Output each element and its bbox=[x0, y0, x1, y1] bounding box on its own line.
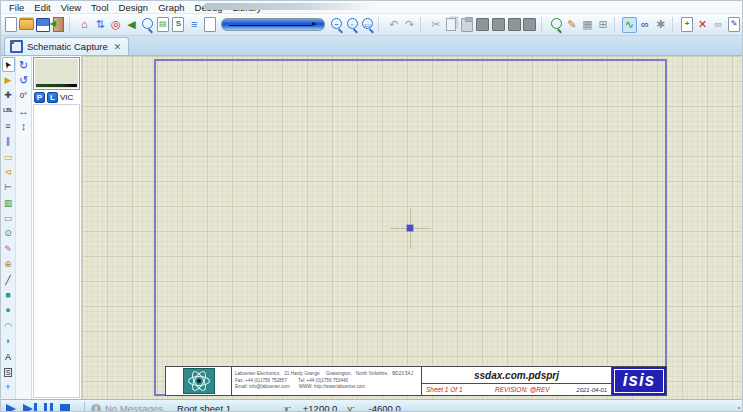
pick-parts-button[interactable]: P bbox=[34, 92, 45, 103]
view-sheet-icon[interactable] bbox=[155, 17, 170, 33]
text-script-mode-icon[interactable]: ≡ bbox=[2, 119, 15, 134]
packaging-tool-icon[interactable]: ▦ bbox=[580, 17, 595, 33]
schematic-canvas[interactable]: Labcenter Electronics, 21 Hardy Grange G… bbox=[82, 56, 742, 399]
zoom-slider-icon[interactable] bbox=[221, 18, 326, 31]
message-info-icon[interactable]: i bbox=[91, 404, 101, 412]
bus-mode-icon[interactable]: ∥ bbox=[2, 134, 15, 149]
stop-button[interactable] bbox=[60, 404, 70, 412]
company-line2: Fax: +44 (0)1756 752857 Tel: +44 (0)1756… bbox=[235, 378, 418, 385]
goto-sheet-icon[interactable]: ∞ bbox=[711, 17, 726, 33]
tab-schematic-capture[interactable]: Schematic Capture ✕ bbox=[4, 37, 129, 55]
toolbar-separator bbox=[69, 17, 75, 33]
design-explorer-icon[interactable] bbox=[727, 17, 742, 33]
project-name: ssdax.com.pdsprj bbox=[422, 367, 611, 384]
voltage-probe-mode-icon[interactable]: ✎ bbox=[2, 242, 15, 257]
remove-sheet-icon[interactable]: ✕ bbox=[695, 17, 710, 33]
x-coordinate-label: x: bbox=[284, 403, 291, 412]
mirror-vertical-button[interactable]: ↕ bbox=[17, 118, 31, 133]
paste-icon[interactable] bbox=[460, 17, 475, 33]
rotate-clockwise-button[interactable]: ↻ bbox=[17, 58, 31, 73]
2d-text-mode-icon[interactable]: A bbox=[2, 349, 15, 364]
menu-tool[interactable]: Tool bbox=[86, 2, 113, 13]
2d-box-mode-icon[interactable]: ■ bbox=[2, 288, 15, 303]
2d-circle-mode-icon[interactable]: ● bbox=[2, 303, 15, 318]
decompose-icon[interactable]: ⊞ bbox=[596, 17, 611, 33]
zoom-area-icon[interactable]: ▫ bbox=[345, 17, 360, 33]
pan-icon[interactable]: ◀ bbox=[124, 17, 139, 33]
tape-recorder-mode-icon[interactable]: ▭ bbox=[2, 211, 15, 226]
property-assignment-icon[interactable]: ✱ bbox=[653, 17, 668, 33]
make-device-icon[interactable]: ✎ bbox=[564, 17, 579, 33]
company-line3: Email: info@labcenter.com WWW: http://ww… bbox=[235, 384, 418, 391]
component-mode-icon[interactable]: ▶ bbox=[2, 72, 15, 87]
zoom-out-icon[interactable]: − bbox=[329, 17, 344, 33]
terminal-mode-icon[interactable]: ⊲ bbox=[2, 165, 15, 180]
undo-icon[interactable]: ↶ bbox=[387, 17, 402, 33]
y-coordinate-label: y: bbox=[347, 403, 354, 412]
open-folder-icon[interactable] bbox=[19, 17, 34, 33]
2d-symbol-mode-icon[interactable]: S bbox=[2, 365, 15, 380]
play-button[interactable] bbox=[6, 404, 16, 412]
orientation-toolbar: ↻↺0°↔↕ bbox=[16, 56, 32, 399]
marker-mode-icon[interactable]: + bbox=[2, 380, 15, 395]
step-button[interactable] bbox=[23, 403, 37, 412]
junction-dot-mode-icon[interactable]: ✚ bbox=[2, 88, 15, 103]
zoom-sheet-icon[interactable]: ▭ bbox=[360, 17, 375, 33]
selector-toolbar: P L VIC bbox=[32, 91, 81, 104]
active-sheet-name: Root sheet 1 bbox=[177, 403, 231, 412]
rotation-angle-field[interactable]: 0° bbox=[17, 88, 31, 103]
menu-file[interactable]: File bbox=[4, 2, 29, 13]
date-field: 2021-04-01 bbox=[562, 387, 611, 393]
y-coordinate-value: -4600.0 bbox=[355, 403, 401, 412]
current-probe-mode-icon[interactable]: ⊕ bbox=[2, 257, 15, 272]
toolbar-separator bbox=[541, 17, 547, 33]
block-delete-icon[interactable] bbox=[522, 17, 537, 33]
new-file-icon[interactable] bbox=[4, 17, 19, 33]
save-icon[interactable] bbox=[35, 17, 50, 33]
resize-grip[interactable] bbox=[732, 407, 740, 412]
library-button[interactable]: L bbox=[47, 92, 58, 103]
parts-list[interactable] bbox=[33, 104, 80, 398]
blank-sheet-icon[interactable] bbox=[202, 17, 217, 33]
rotate-anticlockwise-button[interactable]: ↺ bbox=[17, 73, 31, 88]
find-part-icon[interactable] bbox=[140, 17, 155, 33]
design-overview-panel[interactable] bbox=[33, 57, 80, 90]
menu-view[interactable]: View bbox=[56, 2, 86, 13]
redraw-icon[interactable]: ⌂ bbox=[77, 17, 92, 33]
search-and-tag-icon[interactable]: ∞ bbox=[638, 17, 653, 33]
object-selector: P L VIC bbox=[32, 56, 82, 399]
isis-logo-cell: isis bbox=[612, 367, 666, 395]
graph-mode-icon[interactable]: ▥ bbox=[2, 196, 15, 211]
status-bar: i No Messages Root sheet 1 x: +1200.0 y:… bbox=[1, 399, 742, 412]
redo-icon[interactable]: ↷ bbox=[402, 17, 417, 33]
subcircuit-mode-icon[interactable]: ▭ bbox=[2, 149, 15, 164]
device-pin-mode-icon[interactable]: ⊢ bbox=[2, 180, 15, 195]
menu-edit[interactable]: Edit bbox=[29, 2, 55, 13]
selection-mode-icon[interactable]: ➤ bbox=[2, 57, 15, 72]
pause-button[interactable] bbox=[44, 403, 54, 412]
netlist-icon[interactable]: ≡ bbox=[187, 17, 202, 33]
toggle-grid-icon[interactable]: ⇅ bbox=[93, 17, 108, 33]
2d-arc-mode-icon[interactable]: ◠ bbox=[2, 319, 15, 334]
menu-design[interactable]: Design bbox=[114, 2, 154, 13]
2d-path-mode-icon[interactable]: ◗ bbox=[2, 334, 15, 349]
centre-at-origin-icon[interactable]: ◎ bbox=[108, 17, 123, 33]
block-copy-icon[interactable] bbox=[475, 17, 490, 33]
pick-device-icon[interactable] bbox=[549, 17, 564, 33]
sheet-info-row: Sheet 1 Of 1 REVISION: @REV 2021-04-01 bbox=[422, 384, 611, 395]
wire-autorouter-icon[interactable]: ∿ bbox=[622, 17, 637, 33]
cut-icon[interactable]: ✂ bbox=[428, 17, 443, 33]
block-rotate-icon[interactable] bbox=[507, 17, 522, 33]
tab-close-icon[interactable]: ✕ bbox=[114, 42, 122, 52]
mirror-horizontal-button[interactable]: ↔ bbox=[17, 103, 31, 118]
wire-label-mode-icon[interactable]: LBL bbox=[2, 103, 15, 118]
script-sheet-icon[interactable] bbox=[171, 17, 186, 33]
copy-icon[interactable] bbox=[444, 17, 459, 33]
toolbar-separator bbox=[614, 17, 620, 33]
block-move-icon[interactable] bbox=[491, 17, 506, 33]
new-sheet-icon[interactable] bbox=[680, 17, 695, 33]
generator-mode-icon[interactable]: ⊙ bbox=[2, 226, 15, 241]
close-project-icon[interactable] bbox=[51, 17, 66, 33]
2d-line-mode-icon[interactable]: ╱ bbox=[2, 272, 15, 287]
menu-graph[interactable]: Graph bbox=[153, 2, 189, 13]
